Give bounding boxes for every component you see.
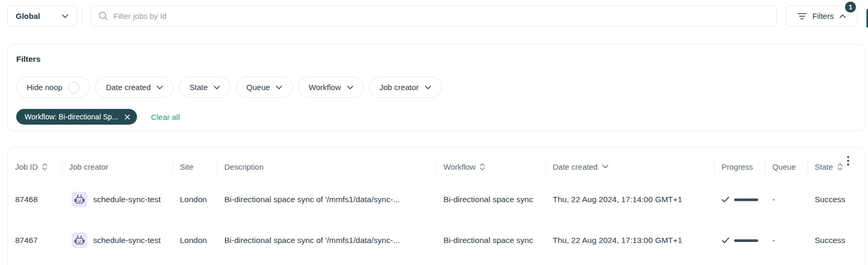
chip-label: State (189, 83, 208, 92)
cell-progress (714, 196, 765, 203)
active-filter-tag-workflow[interactable]: Workflow: Bi-directional Sp... (16, 109, 137, 125)
column-label: Workflow (443, 162, 475, 171)
cell-description: Bi-directional space sync of '/mmfs1/dat… (217, 195, 436, 204)
table-options-menu-icon[interactable] (845, 154, 851, 168)
cell-state: Success (807, 195, 865, 204)
filter-chip-state[interactable]: State (179, 76, 231, 98)
topbar-divider (82, 7, 83, 25)
sort-icon (479, 163, 485, 171)
cell-progress (714, 237, 765, 244)
job-creator-name: schedule-sync-test (93, 195, 161, 204)
column-header-job-id[interactable]: Job ID (8, 148, 62, 185)
check-icon (722, 237, 729, 244)
column-label: Date created (553, 162, 598, 171)
column-header-workflow[interactable]: Workflow (436, 148, 545, 185)
filter-chip-date-created[interactable]: Date created (95, 76, 174, 98)
cell-state: Success (807, 236, 865, 245)
progress-bar (734, 239, 758, 242)
chevron-down-icon (62, 14, 68, 18)
chevron-down-icon (425, 85, 431, 90)
progress-bar (734, 198, 758, 201)
filter-chip-workflow[interactable]: Workflow (298, 76, 363, 98)
chip-label: Workflow (309, 83, 340, 92)
cell-queue: - (765, 195, 807, 204)
chip-label: Job creator (380, 83, 419, 92)
hide-noop-toggle[interactable] (68, 82, 79, 93)
cell-workflow: Bi-directional space sync (436, 236, 545, 245)
search-input[interactable] (113, 12, 769, 20)
sort-icon (837, 163, 843, 171)
cell-date-created: Thu, 22 Aug 2024, 17:14:00 GMT+1 (545, 195, 714, 204)
column-label: Job ID (15, 162, 38, 171)
column-label: Site (180, 162, 193, 171)
filters-panel-title: Filters (16, 54, 856, 64)
column-header-state[interactable]: State (807, 148, 865, 185)
filter-chip-job-creator[interactable]: Job creator (369, 76, 442, 98)
column-label: Description (224, 162, 264, 171)
chevron-down-icon (213, 85, 220, 90)
cell-job-creator: schedule-sync-test (62, 192, 173, 207)
column-label: Job creator (69, 162, 108, 171)
cell-job-id: 87468 (8, 195, 62, 204)
column-header-date-created[interactable]: Date created (545, 148, 714, 185)
filters-panel: Filters Hide noop Date created State Que… (7, 44, 865, 131)
robot-avatar-icon (72, 233, 87, 248)
cell-workflow: Bi-directional space sync (436, 195, 545, 204)
column-label: Queue (772, 162, 796, 171)
clear-all-filters-link[interactable]: Clear all (151, 113, 180, 122)
chevron-down-icon (276, 85, 282, 90)
table-header-row: Job ID Job creator Site Description Work… (8, 148, 865, 185)
job-search[interactable] (90, 5, 777, 27)
column-header-queue: Queue (765, 148, 807, 185)
hide-noop-chip[interactable]: Hide noop (16, 76, 90, 98)
column-header-progress: Progress (714, 148, 765, 185)
cell-job-creator: schedule-sync-test (62, 233, 173, 248)
filters-button-label: Filters (813, 12, 834, 20)
scope-selector-dropdown[interactable]: Global (7, 5, 77, 27)
jobs-table: Job ID Job creator Site Description Work… (7, 147, 865, 265)
filter-chips-row: Hide noop Date created State Queue Workf… (16, 76, 856, 98)
hide-noop-label: Hide noop (27, 83, 62, 92)
sort-desc-icon (602, 164, 609, 169)
chip-label: Queue (246, 83, 270, 92)
active-filters-count-badge: 1 (845, 2, 856, 13)
column-label: Progress (722, 162, 753, 171)
check-icon (722, 196, 729, 203)
cell-site: London (173, 236, 217, 245)
column-header-job-creator: Job creator (62, 148, 173, 185)
column-header-site: Site (173, 148, 217, 185)
filter-icon (797, 13, 807, 20)
cell-date-created: Thu, 22 Aug 2024, 17:13:00 GMT+1 (545, 236, 714, 245)
chevron-down-icon (347, 85, 353, 90)
jobs-page: Global Filters 1 Filters Hide noop (0, 0, 868, 265)
chip-label: Date created (106, 83, 151, 92)
active-filters-row: Workflow: Bi-directional Sp... Clear all (16, 109, 856, 125)
close-icon[interactable] (124, 114, 130, 120)
column-label: State (815, 162, 833, 171)
sort-icon (42, 163, 48, 171)
search-icon (98, 11, 108, 21)
column-header-description: Description (217, 148, 436, 185)
chevron-down-icon (156, 85, 163, 90)
active-filter-tag-label: Workflow: Bi-directional Sp... (25, 113, 118, 121)
robot-avatar-icon (72, 192, 87, 207)
cell-job-id: 87467 (8, 236, 62, 245)
chevron-up-icon (839, 14, 846, 18)
cell-site: London (173, 195, 217, 204)
cell-description: Bi-directional space sync of '/mmfs1/dat… (217, 236, 436, 245)
cell-queue: - (765, 236, 807, 245)
scope-selector-label: Global (16, 12, 40, 20)
job-creator-name: schedule-sync-test (93, 236, 161, 245)
table-row[interactable]: 87468 schedule-sync-test London Bi-direc… (8, 185, 865, 226)
filter-chip-queue[interactable]: Queue (236, 76, 293, 98)
table-row[interactable]: 87467 schedule-sync-test London Bi-direc… (8, 226, 865, 265)
